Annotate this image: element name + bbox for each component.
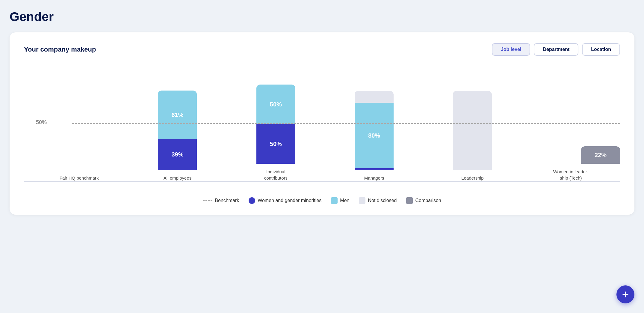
chart-area: 50% Fair HQ benchmark 61% 39% All employ… xyxy=(24,68,620,188)
legend-women-label: Women and gender minorities xyxy=(258,198,321,203)
bar-group-individual-contributors: 50% 50% Individualcontributors xyxy=(227,85,325,181)
bar-group-all-employees: 61% 39% All employees xyxy=(128,91,226,181)
bar-group-leadership: Leadership xyxy=(423,91,521,181)
legend-benchmark-label: Benchmark xyxy=(215,198,239,203)
men-icon xyxy=(331,197,338,204)
page-title: Gender xyxy=(10,10,634,24)
legend-comparison-label: Comparison xyxy=(415,198,441,203)
bar-label-managers: Managers xyxy=(364,175,384,181)
legend-not-disclosed: Not disclosed xyxy=(359,197,397,204)
bar-label-ic: Individualcontributors xyxy=(264,168,288,181)
bar-group-managers: 80% Managers xyxy=(325,91,423,181)
card-header: Your company makeup Job level Department… xyxy=(24,43,620,56)
legend-women: Women and gender minorities xyxy=(249,197,321,204)
not-disclosed-icon xyxy=(359,197,365,204)
main-card: Your company makeup Job level Department… xyxy=(10,32,634,215)
legend-comparison: Comparison xyxy=(406,197,441,204)
benchmark-dash-icon xyxy=(203,200,212,201)
benchmark-label: 50% xyxy=(36,119,47,126)
bars-container: Fair HQ benchmark 61% 39% All employees … xyxy=(24,68,620,182)
managers-nd xyxy=(355,91,394,103)
legend-men: Men xyxy=(331,197,349,204)
bar-label-all-employees: All employees xyxy=(164,175,191,181)
bar-label-leadership: Leadership xyxy=(461,175,483,181)
bar-label-wlt: Women in leader-ship (Tech) xyxy=(553,168,589,181)
legend-not-disclosed-label: Not disclosed xyxy=(368,198,397,203)
tab-group: Job level Department Location xyxy=(492,43,620,56)
benchmark-line xyxy=(72,123,620,124)
ic-women: 50% xyxy=(256,124,295,164)
tab-location[interactable]: Location xyxy=(582,43,620,56)
legend-men-label: Men xyxy=(340,198,349,203)
leadership-nd xyxy=(453,91,492,170)
comparison-icon xyxy=(406,197,413,204)
bar-label-fair-hq: Fair HQ benchmark xyxy=(60,175,99,181)
wlt-comparison: 22% xyxy=(581,146,620,164)
bar-group-women-leadership-tech: 22% Women in leader-ship (Tech) xyxy=(522,146,620,181)
card-title: Your company makeup xyxy=(24,46,96,53)
legend-benchmark: Benchmark xyxy=(203,198,239,203)
tab-department[interactable]: Department xyxy=(534,43,578,56)
legend: Benchmark Women and gender minorities Me… xyxy=(24,197,620,204)
all-employees-men: 61% xyxy=(158,91,197,139)
ic-men: 50% xyxy=(256,85,295,124)
all-employees-women: 39% xyxy=(158,139,197,170)
bar-group-fair-hq: Fair HQ benchmark xyxy=(30,91,128,181)
managers-men: 80% xyxy=(355,103,394,168)
tab-job-level[interactable]: Job level xyxy=(492,43,530,56)
managers-women xyxy=(355,168,394,170)
women-icon xyxy=(249,197,255,204)
fab-button[interactable] xyxy=(616,285,634,303)
